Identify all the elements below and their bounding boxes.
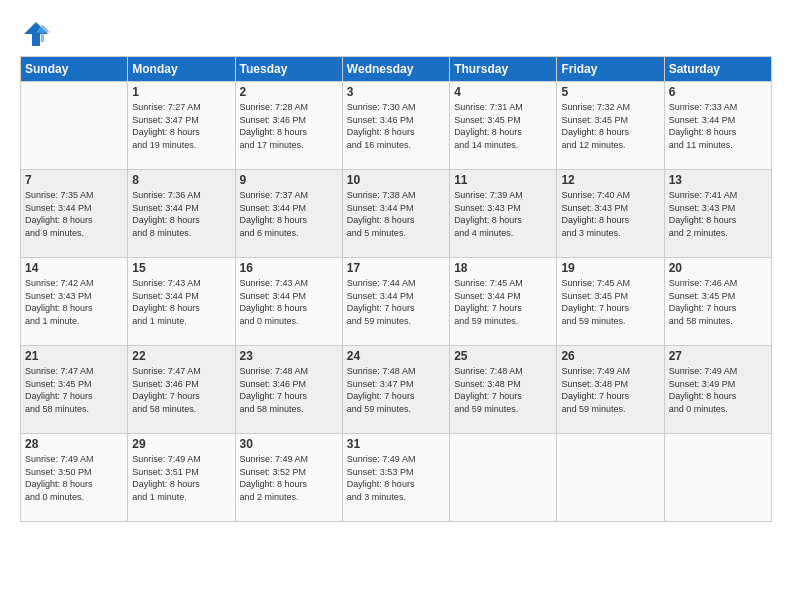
calendar-cell: 12Sunrise: 7:40 AM Sunset: 3:43 PM Dayli…: [557, 170, 664, 258]
calendar-cell: 29Sunrise: 7:49 AM Sunset: 3:51 PM Dayli…: [128, 434, 235, 522]
day-number: 28: [25, 437, 123, 451]
cell-info: Sunrise: 7:41 AM Sunset: 3:43 PM Dayligh…: [669, 189, 767, 239]
calendar-cell: 31Sunrise: 7:49 AM Sunset: 3:53 PM Dayli…: [342, 434, 449, 522]
day-number: 10: [347, 173, 445, 187]
col-header-tuesday: Tuesday: [235, 57, 342, 82]
cell-info: Sunrise: 7:38 AM Sunset: 3:44 PM Dayligh…: [347, 189, 445, 239]
calendar-cell: 25Sunrise: 7:48 AM Sunset: 3:48 PM Dayli…: [450, 346, 557, 434]
calendar-cell: [664, 434, 771, 522]
calendar-cell: 15Sunrise: 7:43 AM Sunset: 3:44 PM Dayli…: [128, 258, 235, 346]
cell-info: Sunrise: 7:49 AM Sunset: 3:48 PM Dayligh…: [561, 365, 659, 415]
col-header-friday: Friday: [557, 57, 664, 82]
calendar-cell: 21Sunrise: 7:47 AM Sunset: 3:45 PM Dayli…: [21, 346, 128, 434]
day-number: 8: [132, 173, 230, 187]
calendar-cell: 30Sunrise: 7:49 AM Sunset: 3:52 PM Dayli…: [235, 434, 342, 522]
day-number: 3: [347, 85, 445, 99]
week-row-4: 28Sunrise: 7:49 AM Sunset: 3:50 PM Dayli…: [21, 434, 772, 522]
calendar-cell: 13Sunrise: 7:41 AM Sunset: 3:43 PM Dayli…: [664, 170, 771, 258]
day-number: 6: [669, 85, 767, 99]
cell-info: Sunrise: 7:45 AM Sunset: 3:45 PM Dayligh…: [561, 277, 659, 327]
col-header-monday: Monday: [128, 57, 235, 82]
day-number: 5: [561, 85, 659, 99]
week-row-2: 14Sunrise: 7:42 AM Sunset: 3:43 PM Dayli…: [21, 258, 772, 346]
day-number: 9: [240, 173, 338, 187]
calendar-cell: 24Sunrise: 7:48 AM Sunset: 3:47 PM Dayli…: [342, 346, 449, 434]
calendar-cell: 6Sunrise: 7:33 AM Sunset: 3:44 PM Daylig…: [664, 82, 771, 170]
calendar-cell: 22Sunrise: 7:47 AM Sunset: 3:46 PM Dayli…: [128, 346, 235, 434]
cell-info: Sunrise: 7:37 AM Sunset: 3:44 PM Dayligh…: [240, 189, 338, 239]
day-number: 19: [561, 261, 659, 275]
calendar-cell: 23Sunrise: 7:48 AM Sunset: 3:46 PM Dayli…: [235, 346, 342, 434]
day-number: 1: [132, 85, 230, 99]
cell-info: Sunrise: 7:47 AM Sunset: 3:45 PM Dayligh…: [25, 365, 123, 415]
day-number: 18: [454, 261, 552, 275]
calendar-cell: 14Sunrise: 7:42 AM Sunset: 3:43 PM Dayli…: [21, 258, 128, 346]
cell-info: Sunrise: 7:30 AM Sunset: 3:46 PM Dayligh…: [347, 101, 445, 151]
day-number: 14: [25, 261, 123, 275]
calendar-cell: 5Sunrise: 7:32 AM Sunset: 3:45 PM Daylig…: [557, 82, 664, 170]
calendar-cell: 1Sunrise: 7:27 AM Sunset: 3:47 PM Daylig…: [128, 82, 235, 170]
cell-info: Sunrise: 7:49 AM Sunset: 3:53 PM Dayligh…: [347, 453, 445, 503]
calendar-cell: 7Sunrise: 7:35 AM Sunset: 3:44 PM Daylig…: [21, 170, 128, 258]
calendar-cell: [557, 434, 664, 522]
header: [20, 18, 772, 50]
cell-info: Sunrise: 7:32 AM Sunset: 3:45 PM Dayligh…: [561, 101, 659, 151]
calendar-cell: 10Sunrise: 7:38 AM Sunset: 3:44 PM Dayli…: [342, 170, 449, 258]
day-number: 7: [25, 173, 123, 187]
day-number: 11: [454, 173, 552, 187]
calendar-cell: 27Sunrise: 7:49 AM Sunset: 3:49 PM Dayli…: [664, 346, 771, 434]
cell-info: Sunrise: 7:49 AM Sunset: 3:50 PM Dayligh…: [25, 453, 123, 503]
calendar-cell: 16Sunrise: 7:43 AM Sunset: 3:44 PM Dayli…: [235, 258, 342, 346]
day-number: 21: [25, 349, 123, 363]
calendar-cell: [21, 82, 128, 170]
calendar-table: SundayMondayTuesdayWednesdayThursdayFrid…: [20, 56, 772, 522]
cell-info: Sunrise: 7:39 AM Sunset: 3:43 PM Dayligh…: [454, 189, 552, 239]
cell-info: Sunrise: 7:47 AM Sunset: 3:46 PM Dayligh…: [132, 365, 230, 415]
cell-info: Sunrise: 7:45 AM Sunset: 3:44 PM Dayligh…: [454, 277, 552, 327]
day-number: 12: [561, 173, 659, 187]
cell-info: Sunrise: 7:49 AM Sunset: 3:52 PM Dayligh…: [240, 453, 338, 503]
day-number: 29: [132, 437, 230, 451]
calendar-cell: [450, 434, 557, 522]
col-header-sunday: Sunday: [21, 57, 128, 82]
cell-info: Sunrise: 7:31 AM Sunset: 3:45 PM Dayligh…: [454, 101, 552, 151]
calendar-cell: 20Sunrise: 7:46 AM Sunset: 3:45 PM Dayli…: [664, 258, 771, 346]
cell-info: Sunrise: 7:48 AM Sunset: 3:46 PM Dayligh…: [240, 365, 338, 415]
cell-info: Sunrise: 7:36 AM Sunset: 3:44 PM Dayligh…: [132, 189, 230, 239]
day-number: 23: [240, 349, 338, 363]
calendar-cell: 28Sunrise: 7:49 AM Sunset: 3:50 PM Dayli…: [21, 434, 128, 522]
calendar-cell: 9Sunrise: 7:37 AM Sunset: 3:44 PM Daylig…: [235, 170, 342, 258]
cell-info: Sunrise: 7:43 AM Sunset: 3:44 PM Dayligh…: [240, 277, 338, 327]
cell-info: Sunrise: 7:49 AM Sunset: 3:49 PM Dayligh…: [669, 365, 767, 415]
day-number: 20: [669, 261, 767, 275]
day-number: 26: [561, 349, 659, 363]
cell-info: Sunrise: 7:33 AM Sunset: 3:44 PM Dayligh…: [669, 101, 767, 151]
day-number: 15: [132, 261, 230, 275]
page: SundayMondayTuesdayWednesdayThursdayFrid…: [0, 0, 792, 612]
logo-icon: [20, 18, 52, 50]
calendar-cell: 11Sunrise: 7:39 AM Sunset: 3:43 PM Dayli…: [450, 170, 557, 258]
cell-info: Sunrise: 7:42 AM Sunset: 3:43 PM Dayligh…: [25, 277, 123, 327]
day-number: 17: [347, 261, 445, 275]
cell-info: Sunrise: 7:27 AM Sunset: 3:47 PM Dayligh…: [132, 101, 230, 151]
logo: [20, 18, 56, 50]
cell-info: Sunrise: 7:48 AM Sunset: 3:47 PM Dayligh…: [347, 365, 445, 415]
week-row-0: 1Sunrise: 7:27 AM Sunset: 3:47 PM Daylig…: [21, 82, 772, 170]
header-row: SundayMondayTuesdayWednesdayThursdayFrid…: [21, 57, 772, 82]
calendar-cell: 4Sunrise: 7:31 AM Sunset: 3:45 PM Daylig…: [450, 82, 557, 170]
week-row-3: 21Sunrise: 7:47 AM Sunset: 3:45 PM Dayli…: [21, 346, 772, 434]
cell-info: Sunrise: 7:35 AM Sunset: 3:44 PM Dayligh…: [25, 189, 123, 239]
calendar-cell: 18Sunrise: 7:45 AM Sunset: 3:44 PM Dayli…: [450, 258, 557, 346]
svg-marker-0: [24, 22, 48, 46]
calendar-cell: 8Sunrise: 7:36 AM Sunset: 3:44 PM Daylig…: [128, 170, 235, 258]
cell-info: Sunrise: 7:46 AM Sunset: 3:45 PM Dayligh…: [669, 277, 767, 327]
cell-info: Sunrise: 7:48 AM Sunset: 3:48 PM Dayligh…: [454, 365, 552, 415]
day-number: 24: [347, 349, 445, 363]
cell-info: Sunrise: 7:43 AM Sunset: 3:44 PM Dayligh…: [132, 277, 230, 327]
calendar-cell: 19Sunrise: 7:45 AM Sunset: 3:45 PM Dayli…: [557, 258, 664, 346]
cell-info: Sunrise: 7:40 AM Sunset: 3:43 PM Dayligh…: [561, 189, 659, 239]
day-number: 22: [132, 349, 230, 363]
col-header-wednesday: Wednesday: [342, 57, 449, 82]
day-number: 13: [669, 173, 767, 187]
calendar-cell: 3Sunrise: 7:30 AM Sunset: 3:46 PM Daylig…: [342, 82, 449, 170]
